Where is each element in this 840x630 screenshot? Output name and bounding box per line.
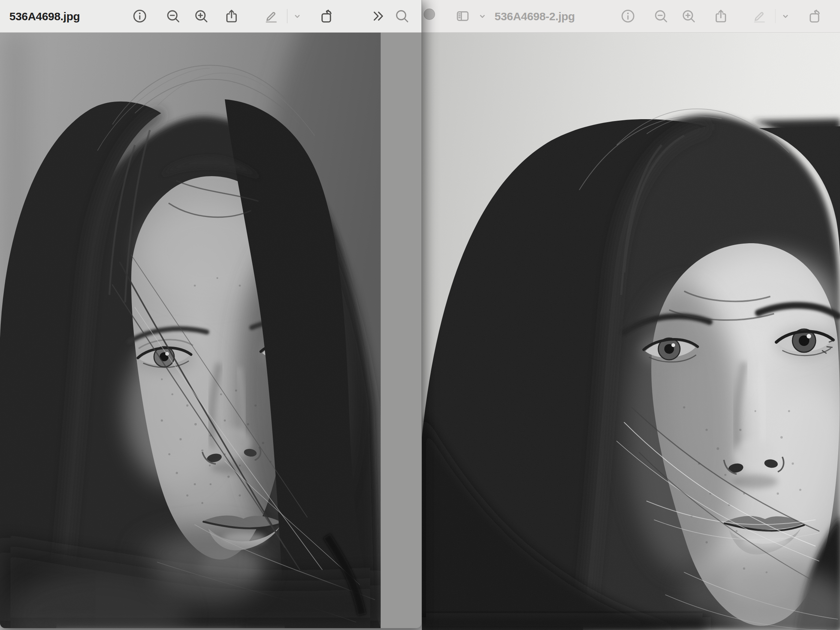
window-zoom-button[interactable] xyxy=(424,9,435,20)
rotate-left-icon[interactable] xyxy=(319,8,335,24)
zoom-out-icon[interactable] xyxy=(653,8,669,24)
rotate-left-icon[interactable] xyxy=(807,8,823,24)
share-icon[interactable] xyxy=(713,8,729,24)
right-toolbar[interactable]: 536A4698-2.jpg xyxy=(422,0,840,33)
markup-menu-chevron-icon[interactable] xyxy=(777,8,794,24)
desktop: { "left_window": { "title": "536A4698.jp… xyxy=(0,0,840,630)
markup-pencil-icon[interactable] xyxy=(751,8,768,24)
preview-window-right: 536A4698-2.jpg xyxy=(422,0,840,630)
window-title: 536A4698.jpg xyxy=(9,0,80,33)
window-title: 536A4698-2.jpg xyxy=(494,0,575,33)
photo-canvas-left[interactable] xyxy=(0,33,381,628)
search-icon[interactable] xyxy=(394,8,410,24)
photo-canvas-right[interactable] xyxy=(422,33,840,630)
sidebar-chevron-icon[interactable] xyxy=(474,8,490,24)
share-icon[interactable] xyxy=(223,8,240,24)
markup-pencil-icon[interactable] xyxy=(263,8,279,24)
zoom-out-icon[interactable] xyxy=(165,8,182,24)
info-icon[interactable] xyxy=(131,8,148,24)
zoom-in-icon[interactable] xyxy=(681,8,697,24)
portrait-photo-right xyxy=(422,33,840,630)
sidebar-icon[interactable] xyxy=(455,8,471,24)
left-toolbar[interactable]: 536A4698.jpg xyxy=(0,0,422,33)
toolbar-divider xyxy=(775,9,775,23)
zoom-in-icon[interactable] xyxy=(193,8,210,24)
portrait-photo-left xyxy=(0,33,381,628)
more-toolbar-items-icon[interactable] xyxy=(370,8,387,24)
markup-menu-chevron-icon[interactable] xyxy=(289,8,305,24)
info-icon[interactable] xyxy=(620,8,636,24)
preview-window-left: 536A4698.jpg xyxy=(0,0,422,628)
toolbar-divider xyxy=(287,9,287,23)
